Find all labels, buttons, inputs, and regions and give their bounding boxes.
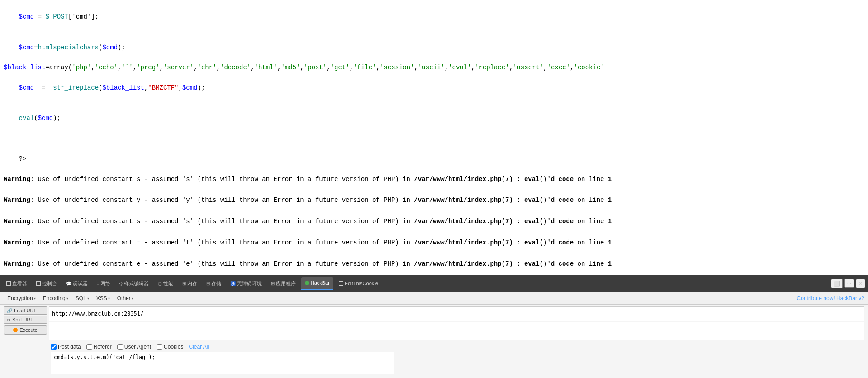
tab-xingn[interactable]: ◷ 性能: [154, 277, 177, 290]
chevron-down-icon-encryption: ▾: [34, 297, 36, 301]
tab-yangshi[interactable]: {} 样式编辑器: [116, 277, 152, 290]
cookies-checkbox-label[interactable]: Cookies: [157, 344, 183, 350]
warning-1: Warning: Use of undefined constant s - a…: [4, 174, 864, 184]
chat-icon: 💬: [66, 281, 71, 286]
chevron-down-icon-xss: ▾: [108, 297, 110, 301]
browser-window-controls: ⬜ ··· ✕: [831, 279, 865, 288]
code-line-2: $cmd=htmlspecialchars($cmd);: [4, 32, 864, 62]
square-icon-2: [36, 281, 41, 286]
tab-neicun-label: 内存: [187, 280, 197, 287]
split-url-icon: ✂: [7, 317, 10, 322]
tab-yingyong[interactable]: ⊞ 应用程序: [267, 277, 299, 290]
tab-yangshi-label: 样式编辑器: [124, 280, 149, 287]
user-agent-label: User Agent: [124, 344, 151, 350]
tab-hackbar-label: HackBar: [311, 280, 330, 286]
hackbar-postdata-area: [51, 352, 864, 376]
clock-icon: ◷: [158, 281, 162, 286]
braces-icon: {}: [119, 281, 123, 286]
tab-neicun[interactable]: ⊞ 内存: [179, 277, 201, 290]
tab-chakan[interactable]: 查看器: [3, 277, 31, 290]
tab-wangluo[interactable]: ↕ 网络: [93, 277, 114, 290]
cookies-checkbox[interactable]: [157, 344, 162, 350]
tab-tiaoshi[interactable]: 💬 调试器: [62, 277, 91, 290]
post-data-checkbox-label[interactable]: Post data: [51, 344, 81, 350]
execute-label: Execute: [19, 327, 38, 333]
hackbar-url-area: 🔗 Load URL ✂ Split URL Execute: [0, 305, 868, 342]
menu-encryption-label: Encryption: [7, 295, 33, 301]
split-url-button[interactable]: ✂ Split URL: [4, 316, 47, 324]
grid-icon-2: ⊞: [271, 281, 275, 286]
menu-sql[interactable]: SQL ▾: [72, 294, 93, 302]
tab-xingn-label: 性能: [163, 280, 173, 287]
warning-5: Warning: Use of undefined constant e - a…: [4, 259, 864, 269]
menu-other[interactable]: Other ▾: [114, 294, 137, 302]
tab-baocun-label: 存储: [211, 280, 221, 287]
tab-wuzhang[interactable]: ♿ 无障碍环境: [227, 277, 266, 290]
arrows-icon: ↕: [97, 281, 99, 286]
chevron-down-icon-encoding: ▾: [66, 297, 68, 301]
menu-encoding[interactable]: Encoding ▾: [39, 294, 72, 302]
split-url-label: Split URL: [12, 317, 33, 322]
load-url-label: Load URL: [14, 308, 37, 313]
hackbar-menu: Encryption ▾ Encoding ▾ SQL ▾ XSS ▾ Othe…: [0, 292, 868, 305]
more-button[interactable]: ···: [844, 279, 854, 288]
referer-checkbox[interactable]: [86, 344, 92, 350]
referer-checkbox-label[interactable]: Referer: [86, 344, 112, 350]
code-line-6: ?>: [4, 144, 864, 174]
tab-baocun[interactable]: ⊟ 存储: [203, 277, 225, 290]
code-line-5: eval($cmd);: [4, 103, 864, 134]
contribute-link[interactable]: Contribute now! HackBar v2: [797, 295, 864, 301]
green-dot-icon: [305, 281, 309, 285]
hackbar-panel: Encryption ▾ Encoding ▾ SQL ▾ XSS ▾ Othe…: [0, 292, 868, 378]
code-line-3: $black_list=array('php','echo','`','preg…: [4, 62, 864, 72]
user-agent-checkbox[interactable]: [117, 344, 123, 350]
url-expand-area: [49, 322, 864, 340]
tab-tiaoshi-label: 调试器: [73, 280, 88, 287]
hackbar-url-input-area: [49, 306, 864, 340]
tab-hackbar[interactable]: HackBar: [301, 277, 333, 290]
hackbar-options: Post data Referer User Agent Cookies Cle…: [0, 342, 868, 352]
menu-xss-label: XSS: [96, 295, 107, 301]
post-data-label: Post data: [58, 344, 81, 350]
menu-sql-label: SQL: [76, 295, 86, 301]
person-icon: ♿: [230, 281, 236, 286]
tab-kongzhi-label: 控制台: [42, 280, 57, 287]
hackbar-action-buttons: 🔗 Load URL ✂ Split URL Execute: [4, 306, 49, 335]
cookies-label: Cookies: [164, 344, 183, 350]
code-line-1: $cmd = $_POST['cmd'];: [4, 2, 864, 32]
load-url-icon: 🔗: [7, 308, 12, 313]
tab-chakan-label: 查看器: [12, 280, 27, 287]
tab-editcookie-label: EditThisCookie: [345, 281, 378, 286]
tab-wangluo-label: 网络: [100, 280, 110, 287]
menu-encryption[interactable]: Encryption ▾: [4, 294, 39, 302]
grid-icon: ⊟: [206, 281, 210, 286]
warning-3: Warning: Use of undefined constant s - a…: [4, 216, 864, 226]
menu-other-label: Other: [117, 295, 131, 301]
referer-label: Referer: [94, 344, 112, 350]
post-data-checkbox[interactable]: [51, 344, 57, 350]
user-agent-checkbox-label[interactable]: User Agent: [117, 344, 151, 350]
browser-toolbar: 查看器 控制台 💬 调试器 ↕ 网络 {} 样式编辑器 ◷ 性能 ⊞ 内存 ⊟ …: [0, 275, 868, 292]
code-output: $cmd = $_POST['cmd']; $cmd=htmlspecialch…: [0, 0, 868, 275]
close-button[interactable]: ✕: [856, 279, 865, 288]
square-icon-3: [339, 281, 343, 286]
post-data-textarea[interactable]: [51, 352, 394, 374]
chevron-down-icon-sql: ▾: [87, 297, 89, 301]
code-line-4: $cmd = str_ireplace($black_list,"BMZCTF"…: [4, 73, 864, 103]
warning-2: Warning: Use of undefined constant y - a…: [4, 195, 864, 205]
chevron-down-icon-other: ▾: [132, 297, 133, 301]
tab-yingyong-label: 应用程序: [276, 280, 296, 287]
warning-4: Warning: Use of undefined constant t - a…: [4, 238, 864, 248]
clear-all-button[interactable]: Clear All: [189, 344, 209, 350]
tab-editcookie[interactable]: EditThisCookie: [335, 277, 382, 290]
maximize-button[interactable]: ⬜: [831, 279, 843, 288]
chip-icon: ⊞: [182, 281, 186, 286]
execute-button[interactable]: Execute: [4, 325, 47, 335]
tab-wuzhang-label: 无障碍环境: [237, 280, 262, 287]
execute-circle-icon: [13, 328, 18, 332]
tab-kongzhi[interactable]: 控制台: [33, 277, 61, 290]
load-url-button[interactable]: 🔗 Load URL: [4, 306, 47, 315]
url-input[interactable]: [49, 306, 864, 321]
square-icon: [6, 281, 11, 286]
menu-xss[interactable]: XSS ▾: [93, 294, 114, 302]
